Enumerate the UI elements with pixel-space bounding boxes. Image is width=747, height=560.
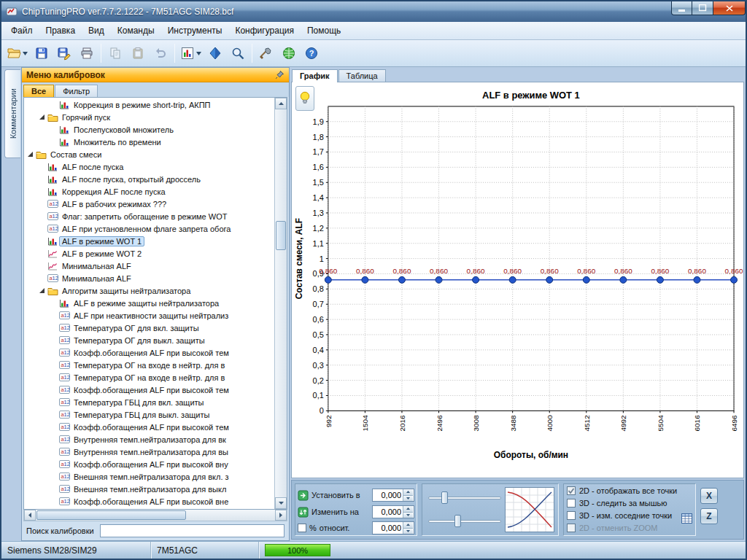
minimize-button[interactable] xyxy=(671,1,692,15)
tree-item[interactable]: Коррекция в режиме short-trip, АКПП xyxy=(24,98,274,111)
menu-item[interactable]: Вид xyxy=(82,23,111,38)
menu-item[interactable]: Файл xyxy=(4,23,39,38)
tree-expander-icon[interactable] xyxy=(37,114,46,120)
tree-item[interactable]: a12Температура ОГ на входе в нейтр. для … xyxy=(24,359,274,371)
tree-item[interactable]: a12Флаг: запретить обогащение в режиме W… xyxy=(24,210,274,222)
tree-item[interactable]: a12Температура ГБЦ для выкл. защиты xyxy=(24,408,274,421)
tree-item[interactable]: a12Внешняя темп.нейтрализатора для выкл xyxy=(24,483,274,495)
tree-item[interactable]: Алгоритм защиты нейтрализатора xyxy=(24,284,274,297)
tree-item[interactable]: a12ALF при установленном флаге запрета о… xyxy=(24,222,274,235)
spin-down-button[interactable] xyxy=(403,512,413,518)
percent-checkbox[interactable] xyxy=(298,524,306,532)
tree-expander-icon[interactable] xyxy=(37,287,46,294)
comments-tab[interactable]: Комментарии xyxy=(4,69,20,158)
tree-item[interactable]: a12Коэфф.обогащения ALF при высокой тем xyxy=(24,384,274,396)
spin-up-button[interactable] xyxy=(403,489,413,495)
tree-item[interactable]: ALF в режиме WOT 2 xyxy=(24,247,274,260)
tree-item[interactable]: a12Коэфф.обогащения ALF при высокой тем xyxy=(24,346,274,359)
slider-thumb[interactable] xyxy=(441,491,448,504)
spin-down-button[interactable] xyxy=(403,495,413,502)
maximize-button[interactable] xyxy=(692,1,713,15)
checkbox[interactable] xyxy=(567,511,576,520)
scroll-up-arrow[interactable] xyxy=(275,98,287,109)
vertical-scrollbar-thumb[interactable] xyxy=(276,221,286,250)
dropdown-arrow-icon[interactable] xyxy=(196,52,201,55)
set-value-spinner[interactable] xyxy=(372,489,414,502)
tree-item[interactable]: a12ALF при неактивности защиты нейтрализ xyxy=(24,309,274,322)
tree-horizontal-scrollbar[interactable] xyxy=(23,510,287,521)
scroll-down-arrow[interactable] xyxy=(275,497,287,509)
table-grid-icon[interactable] xyxy=(681,513,692,524)
tree-item[interactable]: a12Внешняя темп.нейтрализатора для вкл. … xyxy=(24,470,274,483)
hint-bulb-button[interactable] xyxy=(295,86,314,111)
relative-value-input[interactable] xyxy=(373,522,403,534)
tree-item[interactable]: Минимальная ALF xyxy=(24,260,274,272)
slider-thumb[interactable] xyxy=(454,515,461,527)
menu-item[interactable]: Команды xyxy=(111,23,161,38)
tree-item[interactable]: a12Температура ОГ для выкл. защиты xyxy=(24,334,274,346)
compare-button[interactable] xyxy=(204,42,226,64)
checkbox[interactable] xyxy=(567,499,576,508)
menu-item[interactable]: Инструменты xyxy=(161,23,229,38)
open-file-button[interactable] xyxy=(4,42,30,64)
tree-item[interactable]: a12Коэфф.обогащения ALF при высокой вну xyxy=(24,458,274,470)
horizontal-slider-1[interactable] xyxy=(428,491,501,504)
chart[interactable]: 00,10,20,30,40,50,60,70,80,911,11,21,31,… xyxy=(292,82,743,478)
search-input[interactable] xyxy=(100,524,285,537)
titlebar[interactable]: ChipTuningPRO ver.7.7.2.1222 - 7M51AGC S… xyxy=(1,1,746,22)
tree-item[interactable]: Состав смеси xyxy=(24,148,274,160)
x-axis-button[interactable]: X xyxy=(700,488,718,504)
print-button[interactable] xyxy=(76,42,98,64)
tree-vertical-scrollbar[interactable] xyxy=(274,98,287,509)
menu-item[interactable]: Правка xyxy=(39,23,82,38)
change-value-input[interactable] xyxy=(373,506,403,518)
tree-item[interactable]: a12Температура ОГ для вкл. защиты xyxy=(24,322,274,334)
spin-down-button[interactable] xyxy=(403,528,413,534)
tree-item[interactable]: Горячий пуск xyxy=(24,111,274,123)
save-button[interactable] xyxy=(31,42,53,64)
tree-item[interactable]: a12Температура ОГ на входе в нейтр. для … xyxy=(24,371,274,384)
scroll-right-arrow[interactable] xyxy=(275,510,287,521)
tree-item[interactable]: a12Температура ГБЦ для вкл. защиты xyxy=(24,396,274,408)
menu-item[interactable]: Конфигурация xyxy=(228,23,301,38)
change-value-spinner[interactable] xyxy=(372,505,414,518)
tab-chart[interactable]: График xyxy=(292,69,338,82)
help-button[interactable]: ? xyxy=(301,42,322,64)
spin-up-button[interactable] xyxy=(403,506,413,512)
tree-item[interactable]: a12Внутренняя темп.нейтрализатора для вк xyxy=(24,433,274,446)
horizontal-slider-2[interactable] xyxy=(428,515,501,527)
tree-item[interactable]: ALF в режиме WOT 1 xyxy=(24,235,274,247)
dropdown-arrow-icon[interactable] xyxy=(23,52,28,55)
horizontal-scrollbar-thumb[interactable] xyxy=(36,510,186,520)
set-value-input[interactable] xyxy=(373,489,403,501)
tree-item[interactable]: a12ALF в рабочих режимах ??? xyxy=(24,198,274,210)
tree-item[interactable]: a12Коэфф.обогащения ALF при высокой вне xyxy=(24,495,274,508)
tree-item[interactable]: ALF после пуска xyxy=(24,160,274,173)
zoom-button[interactable] xyxy=(227,42,249,64)
save-as-button[interactable] xyxy=(53,42,75,64)
tab-filter[interactable]: Фильтр xyxy=(55,85,98,97)
relative-value-spinner[interactable] xyxy=(372,521,414,534)
tab-all[interactable]: Все xyxy=(23,85,54,97)
internet-button[interactable] xyxy=(278,42,300,64)
tree-item[interactable]: Послепусковой множитель xyxy=(24,123,274,136)
tree-item[interactable]: a12Внутренняя темп.нейтрализатора для вы xyxy=(24,446,274,458)
chart-mode-button[interactable] xyxy=(178,42,204,64)
pin-icon[interactable] xyxy=(275,70,285,79)
scroll-left-arrow[interactable] xyxy=(24,510,36,521)
tree-item[interactable]: Коррекция ALF после пуска xyxy=(24,185,274,198)
tree-item[interactable]: a12Коэфф.обогащения ALF при высокой тем xyxy=(24,421,274,433)
spin-up-button[interactable] xyxy=(403,522,413,528)
tree-item[interactable]: Множитель по времени xyxy=(24,136,274,148)
tree-item[interactable]: ALF в режиме защиты нейтрализатора xyxy=(24,297,274,309)
menu-item[interactable]: Помощь xyxy=(301,23,347,38)
tree-item[interactable]: a12Минимальная ALF xyxy=(24,272,274,284)
tab-table[interactable]: Таблица xyxy=(338,69,386,82)
tools-button[interactable] xyxy=(255,42,277,64)
close-button[interactable] xyxy=(713,1,746,15)
curve-preview-button[interactable] xyxy=(505,487,554,532)
tree-item[interactable]: ALF после пуска, открытый дроссель xyxy=(24,173,274,185)
svg-text:3488: 3488 xyxy=(509,415,517,432)
tree-expander-icon[interactable] xyxy=(26,151,34,158)
z-axis-button[interactable]: Z xyxy=(700,508,718,524)
